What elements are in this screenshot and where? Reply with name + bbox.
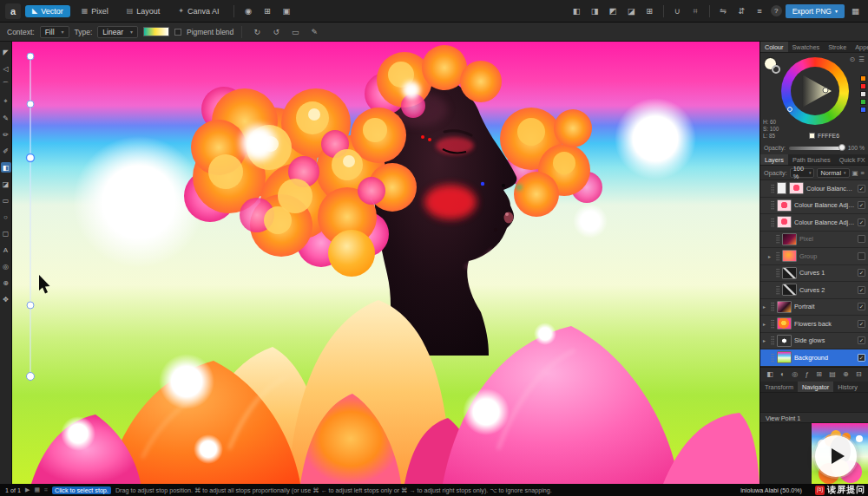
layer-thumbnail[interactable] [777,335,792,347]
tab-navigator[interactable]: Navigator [798,382,833,392]
drag-handle[interactable] [771,302,774,311]
pen-tool[interactable]: ✎ [1,113,11,123]
flip-vertical-icon[interactable]: ⇵ [734,4,749,18]
layer-effects-icon[interactable]: ƒ [805,370,808,378]
layer-thumbnail[interactable] [777,317,792,330]
opacity-slider[interactable] [789,147,845,150]
colour-triangle[interactable] [792,68,838,114]
drag-handle[interactable] [771,184,774,193]
video-play-button[interactable] [815,435,857,477]
layer-thumbnail[interactable] [782,284,797,296]
view-tool[interactable]: ✥ [1,294,11,304]
visibility-checkbox[interactable] [858,252,865,260]
tab-colour[interactable]: Colour [760,42,788,52]
insert-layer-icon[interactable]: ▤ [829,370,836,378]
layer-row-flowers-back[interactable]: ▸ Flowers back ✓ [760,316,868,333]
corner-tool[interactable]: ⌒ [1,80,11,90]
export-png-button[interactable]: Export PNG ▾ [786,4,845,18]
gradient-stop[interactable] [27,53,34,60]
panel-menu-icon[interactable]: ☰ [858,55,865,63]
view-point-item[interactable]: View Point 1 [760,412,868,423]
opacity-slider-knob[interactable] [838,144,845,151]
gradient-type-dropdown[interactable]: Linear ▾ [97,26,138,38]
layer-thumbnail[interactable] [782,233,797,245]
layer-mask-thumbnail[interactable] [777,182,786,194]
stroke-colour-swatch[interactable] [772,65,780,74]
context-fill-dropdown[interactable]: Fill ▾ [40,26,69,38]
expand-chevron-icon[interactable]: ▸ [763,303,768,310]
drag-handle[interactable] [771,319,774,329]
move-tool[interactable]: ◤ [1,47,11,57]
expand-chevron-icon[interactable]: ▸ [763,337,768,343]
tab-history[interactable]: History [833,382,862,392]
layer-row-curves-1[interactable]: Curves 1 ✓ [760,265,868,283]
add-layer-icon[interactable]: ⊕ [843,370,849,378]
node-tool[interactable]: ◁ [1,63,11,74]
colour-picker-icon[interactable]: ⊙ [850,55,855,63]
persona-pixel[interactable]: ▦ Pixel [75,5,115,17]
text-tool[interactable]: A [1,245,11,255]
pixel-grid-icon[interactable]: ⌗ [688,4,703,18]
layer-row-portrait[interactable]: ▸ Portrait ✓ [760,299,868,317]
gradient-stop[interactable] [27,373,35,381]
layer-thumbnail[interactable] [777,351,792,363]
blend-mode-dropdown[interactable]: Normal ▾ [817,168,849,178]
grid-view-icon[interactable]: ⌗ [44,486,48,493]
drag-handle[interactable] [771,353,774,362]
assets-icon[interactable]: ▣ [279,4,294,18]
colour-wheel[interactable] [781,57,849,125]
drag-handle[interactable] [776,268,779,277]
drag-handle[interactable] [776,234,779,244]
drag-handle[interactable] [771,200,774,210]
visibility-checkbox[interactable]: ✓ [858,354,865,362]
rectangle-tool[interactable]: ▭ [1,195,11,206]
colour-chip[interactable] [860,107,866,113]
tab-layers[interactable]: Layers [760,154,788,165]
boolean-combine-icon[interactable]: ⊞ [642,4,657,18]
visibility-checkbox[interactable]: ✓ [858,269,865,277]
visibility-checkbox[interactable]: ✓ [858,303,865,310]
remove-layer-icon[interactable]: ⊟ [856,370,862,378]
hex-value[interactable]: FFFFE6 [818,133,839,139]
boolean-divide-icon[interactable]: ◪ [624,4,639,18]
visibility-checkbox[interactable]: ✓ [858,201,865,209]
visibility-checkbox[interactable]: ✓ [858,336,865,344]
zoom-tool[interactable]: ⊕ [1,277,11,288]
pigment-blend-checkbox[interactable] [174,29,181,36]
drag-handle[interactable] [776,285,779,295]
layer-row-background[interactable]: Background ✓ [760,349,868,367]
boolean-intersect-icon[interactable]: ◩ [606,4,621,18]
gradient-stop[interactable] [27,302,34,309]
point-transform-tool[interactable]: ⌖ [1,96,11,107]
layer-row-colour-balance-2[interactable]: Colour Balance Adjustm ✓ [760,214,868,232]
drag-handle[interactable] [771,336,774,345]
maintain-fill-aspect-icon[interactable]: ▭ [288,28,302,36]
rounded-rectangle-tool[interactable]: ▢ [1,228,11,238]
colour-chip[interactable] [860,91,866,97]
group-layers-icon[interactable]: ⊞ [816,370,822,378]
tab-path-brushes[interactable]: Path Brushes [788,154,835,165]
layer-row-pixel[interactable]: Pixel [760,232,868,249]
vector-brush-tool[interactable]: ✐ [1,146,11,156]
layers-opacity-dropdown[interactable]: 100 % ▾ [790,168,815,178]
mask-layer-icon[interactable]: ◧ [766,370,773,378]
persona-vector[interactable]: ◣ Vector [25,5,70,17]
boolean-add-icon[interactable]: ◧ [569,4,584,18]
visibility-checkbox[interactable]: ✓ [858,185,865,193]
tab-transform[interactable]: Transform [760,382,798,392]
account-icon[interactable]: ◉ [241,4,256,18]
edit-all-layers-icon[interactable]: ▣ [852,169,858,177]
layer-thumbnail[interactable] [782,250,797,262]
canvas[interactable] [12,42,760,484]
gradient-stop-selected[interactable] [27,154,35,162]
colour-chip[interactable] [860,75,866,82]
tab-quick-fx[interactable]: Quick FX [835,154,868,165]
rotate-gradient-icon[interactable]: ↻ [250,28,264,36]
layer-row-curves-2[interactable]: Curves 2 ✓ [760,282,868,299]
eyedropper-icon[interactable]: ✎ [307,28,321,36]
layers-menu-icon[interactable]: ≡ [861,169,865,177]
transparency-tool[interactable]: ◪ [1,179,11,189]
pencil-tool[interactable]: ✏ [1,129,11,140]
visibility-checkbox[interactable] [858,235,865,243]
tab-stroke[interactable]: Stroke [824,42,851,52]
